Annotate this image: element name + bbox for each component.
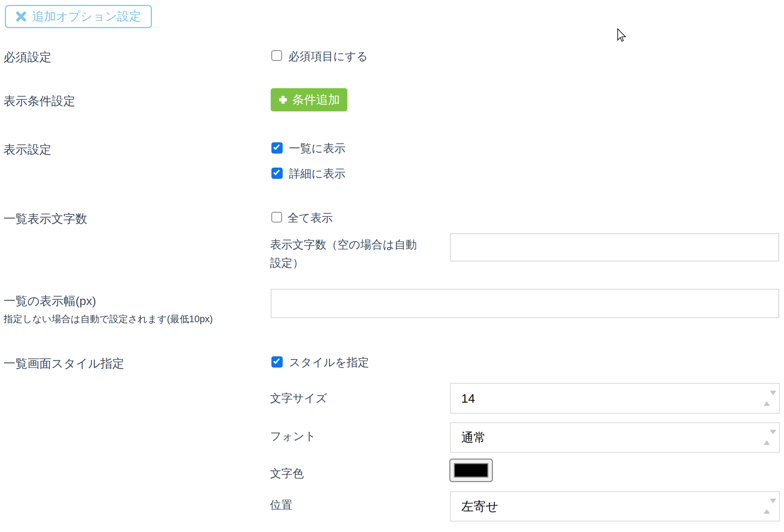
checkmark-icon bbox=[273, 357, 280, 364]
list-width-label: 一覧の表示幅(px) bbox=[4, 293, 96, 309]
show-in-list-checkbox-label: 一覧に表示 bbox=[289, 141, 346, 156]
show-in-detail-checkbox-label: 詳細に表示 bbox=[289, 166, 346, 182]
required-checkbox[interactable] bbox=[271, 50, 282, 61]
alignment-select-value: 左寄せ bbox=[461, 498, 499, 515]
font-size-select-value: 14 bbox=[461, 391, 475, 406]
font-label: フォント bbox=[270, 429, 316, 444]
display-setting-label: 表示設定 bbox=[4, 142, 51, 158]
color-chip bbox=[454, 463, 488, 478]
show-in-detail-checkbox[interactable] bbox=[271, 168, 283, 179]
additional-options-toggle-label: 追加オプション設定 bbox=[32, 8, 141, 25]
text-color-label: 文字色 bbox=[270, 466, 304, 481]
font-select-value: 通常 bbox=[461, 429, 486, 446]
additional-options-toggle-button[interactable]: 追加オプション設定 bbox=[5, 5, 152, 28]
font-size-label: 文字サイズ bbox=[270, 391, 327, 406]
updown-spinner-icon bbox=[764, 434, 770, 441]
char-count-input-label: 表示文字数（空の場合は自動設定） bbox=[270, 235, 418, 272]
show-in-list-checkbox[interactable] bbox=[271, 142, 283, 154]
font-size-select[interactable]: 14 bbox=[450, 383, 780, 414]
show-all-checkbox[interactable] bbox=[271, 212, 282, 222]
plus-icon bbox=[278, 95, 288, 105]
display-condition-label: 表示条件設定 bbox=[4, 93, 75, 109]
alignment-label: 位置 bbox=[270, 498, 293, 513]
list-width-note: 指定しない場合は自動で設定されます(最低10px) bbox=[4, 313, 213, 325]
show-all-checkbox-label: 全て表示 bbox=[288, 210, 333, 226]
updown-spinner-icon bbox=[764, 395, 770, 402]
list-style-label: 一覧画面スタイル指定 bbox=[4, 356, 124, 372]
additional-options-panel: 追加オプション設定 必須設定 必須項目にする 表示条件設定 条件追加 表示設定 … bbox=[0, 0, 784, 532]
required-setting-label: 必須設定 bbox=[4, 49, 51, 65]
add-condition-button-label: 条件追加 bbox=[292, 92, 340, 108]
alignment-select[interactable]: 左寄せ bbox=[450, 491, 780, 521]
add-condition-button[interactable]: 条件追加 bbox=[271, 88, 347, 111]
specify-style-checkbox[interactable] bbox=[271, 356, 283, 368]
specify-style-checkbox-label: スタイルを指定 bbox=[289, 355, 369, 370]
x-mark-icon bbox=[16, 11, 26, 22]
list-width-input[interactable] bbox=[271, 289, 779, 318]
text-color-picker[interactable] bbox=[449, 459, 493, 482]
updown-spinner-icon bbox=[764, 503, 770, 510]
checkmark-icon bbox=[273, 168, 280, 175]
mouse-cursor bbox=[617, 28, 627, 44]
font-select[interactable]: 通常 bbox=[450, 422, 780, 453]
required-checkbox-label: 必須項目にする bbox=[288, 49, 368, 64]
char-count-input[interactable] bbox=[450, 233, 779, 261]
checkmark-icon bbox=[273, 143, 280, 150]
list-char-count-label: 一覧表示文字数 bbox=[4, 211, 87, 227]
